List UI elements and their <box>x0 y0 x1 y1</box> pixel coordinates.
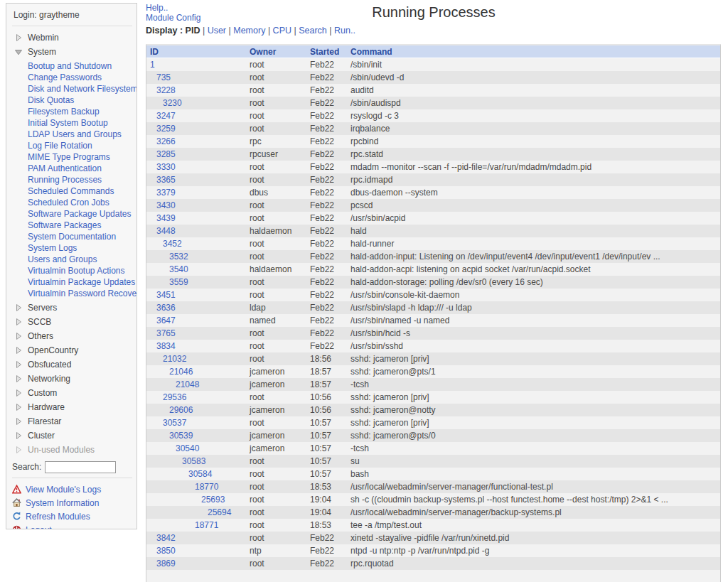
process-link[interactable]: 30537 <box>163 418 186 428</box>
process-link[interactable]: 29536 <box>163 392 186 402</box>
sidebar-item-disk-and-network-filesystems[interactable]: Disk and Network Filesystems <box>28 83 132 95</box>
display-link-memory[interactable]: Memory <box>233 26 265 36</box>
process-link[interactable]: 3448 <box>156 226 176 236</box>
sidebar-item-virtualmin-password-recovery[interactable]: Virtualmin Password Recovery <box>28 288 132 299</box>
sidebar-category-sccb[interactable]: SCCB <box>12 315 132 329</box>
sidebar-link-refresh-modules[interactable]: Refresh Modules <box>12 510 132 523</box>
sidebar-category-un-used-modules[interactable]: Un-used Modules <box>12 443 132 457</box>
process-link[interactable]: 21048 <box>176 379 199 389</box>
sidebar-item-mime-type-programs[interactable]: MIME Type Programs <box>28 151 132 163</box>
process-link[interactable]: 3869 <box>156 559 176 568</box>
sidebar-item-running-processes[interactable]: Running Processes <box>28 174 132 185</box>
sidebar-category-networking[interactable]: Networking <box>12 372 132 386</box>
chevron-right-icon[interactable] <box>15 347 22 354</box>
sidebar-item-filesystem-backup[interactable]: Filesystem Backup <box>28 106 132 117</box>
process-link[interactable]: 29606 <box>169 405 193 415</box>
process-link[interactable]: 3365 <box>156 175 176 185</box>
process-link[interactable]: 3532 <box>169 252 188 262</box>
process-link[interactable]: 3230 <box>163 98 182 108</box>
process-link[interactable]: 3647 <box>156 316 176 325</box>
display-link-user[interactable]: User <box>208 26 226 36</box>
process-link[interactable]: 18771 <box>195 520 218 530</box>
sidebar-category-hardware[interactable]: Hardware <box>12 400 132 414</box>
sidebar-category-custom[interactable]: Custom <box>12 386 132 400</box>
process-link[interactable]: 30584 <box>188 469 212 479</box>
sidebar-category-system[interactable]: System <box>12 45 132 59</box>
chevron-down-icon[interactable] <box>15 48 22 55</box>
process-link[interactable]: 3834 <box>156 341 176 351</box>
process-link[interactable]: 21046 <box>169 367 193 377</box>
process-link[interactable]: 3559 <box>169 277 188 287</box>
sidebar-item-virtualmin-package-updates[interactable]: Virtualmin Package Updates <box>28 276 132 288</box>
sidebar-item-ldap-users-and-groups[interactable]: LDAP Users and Groups <box>28 129 132 140</box>
chevron-right-icon[interactable] <box>15 333 22 340</box>
chevron-right-icon[interactable] <box>15 446 22 453</box>
process-link[interactable]: 1 <box>150 60 155 70</box>
sidebar-item-system-documentation[interactable]: System Documentation <box>28 231 132 242</box>
chevron-right-icon[interactable] <box>15 389 22 397</box>
process-link[interactable]: 3285 <box>156 149 176 159</box>
process-link[interactable]: 3259 <box>156 124 176 134</box>
process-link[interactable]: 3439 <box>156 213 176 223</box>
sidebar-item-change-passwords[interactable]: Change Passwords <box>28 72 132 83</box>
display-link-search[interactable]: Search <box>299 26 327 36</box>
display-link-run[interactable]: Run.. <box>334 26 355 36</box>
sidebar-category-obsfucated[interactable]: Obsfucated <box>12 357 132 372</box>
process-link[interactable]: 30539 <box>169 431 193 441</box>
sidebar-category-label: Flarestar <box>28 416 61 426</box>
chevron-right-icon[interactable] <box>15 375 22 382</box>
process-link[interactable]: 3266 <box>156 136 176 146</box>
process-link[interactable]: 3451 <box>156 290 176 300</box>
sidebar-item-system-logs[interactable]: System Logs <box>28 242 132 254</box>
sidebar-item-virtualmin-bootup-actions[interactable]: Virtualmin Bootup Actions <box>28 265 132 276</box>
sidebar-item-software-package-updates[interactable]: Software Package Updates <box>28 208 132 220</box>
process-link[interactable]: 3330 <box>156 162 176 172</box>
sidebar-item-software-packages[interactable]: Software Packages <box>28 220 132 231</box>
process-link[interactable]: 30583 <box>182 456 205 466</box>
sidebar-category-opencountry[interactable]: OpenCountry <box>12 343 132 357</box>
sidebar-link-view-module-s-logs[interactable]: View Module's Logs <box>12 483 132 496</box>
process-link[interactable]: 3540 <box>169 264 188 274</box>
search-input[interactable] <box>45 461 116 473</box>
chevron-right-icon[interactable] <box>15 432 22 439</box>
process-link[interactable]: 735 <box>156 72 171 82</box>
chevron-right-icon[interactable] <box>15 318 22 325</box>
sidebar-item-log-file-rotation[interactable]: Log File Rotation <box>28 140 132 151</box>
process-link[interactable]: 3842 <box>156 533 176 543</box>
sidebar-item-initial-system-bootup[interactable]: Initial System Bootup <box>28 117 132 129</box>
sidebar-item-users-and-groups[interactable]: Users and Groups <box>28 254 132 265</box>
sidebar-category-others[interactable]: Others <box>12 329 132 343</box>
sidebar-link-system-information[interactable]: System Information <box>12 496 132 510</box>
process-link[interactable]: 3452 <box>163 239 182 249</box>
chevron-right-icon[interactable] <box>15 404 22 411</box>
chevron-right-icon[interactable] <box>15 418 22 425</box>
sidebar-item-pam-authentication[interactable]: PAM Authentication <box>28 163 132 174</box>
sidebar-item-scheduled-commands[interactable]: Scheduled Commands <box>28 185 132 197</box>
sidebar-item-bootup-and-shutdown[interactable]: Bootup and Shutdown <box>28 60 132 72</box>
chevron-right-icon[interactable] <box>15 34 22 41</box>
process-link[interactable]: 25693 <box>201 495 225 505</box>
process-link[interactable]: 25694 <box>208 507 231 517</box>
chevron-right-icon[interactable] <box>15 361 22 368</box>
sidebar-link-logout[interactable]: Logout <box>12 523 132 529</box>
sidebar-category-cluster[interactable]: Cluster <box>12 429 132 443</box>
process-link[interactable]: 18770 <box>195 482 218 492</box>
process-link[interactable]: 21032 <box>163 354 186 364</box>
table-row: 3247rootFeb22rsyslogd -c 3 <box>146 109 720 122</box>
display-link-cpu[interactable]: CPU <box>273 26 291 36</box>
process-link[interactable]: 3430 <box>156 200 176 210</box>
process-link[interactable]: 3850 <box>156 546 176 556</box>
sidebar-item-scheduled-cron-jobs[interactable]: Scheduled Cron Jobs <box>28 197 132 208</box>
process-link[interactable]: 3379 <box>156 188 176 198</box>
process-link[interactable]: 3765 <box>156 328 176 338</box>
chevron-right-icon[interactable] <box>15 304 22 311</box>
cell-command: sshd: jcameron@pts/1 <box>347 365 720 378</box>
process-link[interactable]: 30540 <box>176 443 199 453</box>
sidebar-category-webmin[interactable]: Webmin <box>12 31 132 45</box>
process-link[interactable]: 3636 <box>156 303 176 313</box>
process-link[interactable]: 3228 <box>156 85 176 95</box>
process-link[interactable]: 3247 <box>156 111 176 121</box>
sidebar-category-flarestar[interactable]: Flarestar <box>12 414 132 429</box>
sidebar-category-servers[interactable]: Servers <box>12 301 132 315</box>
sidebar-item-disk-quotas[interactable]: Disk Quotas <box>28 95 132 106</box>
